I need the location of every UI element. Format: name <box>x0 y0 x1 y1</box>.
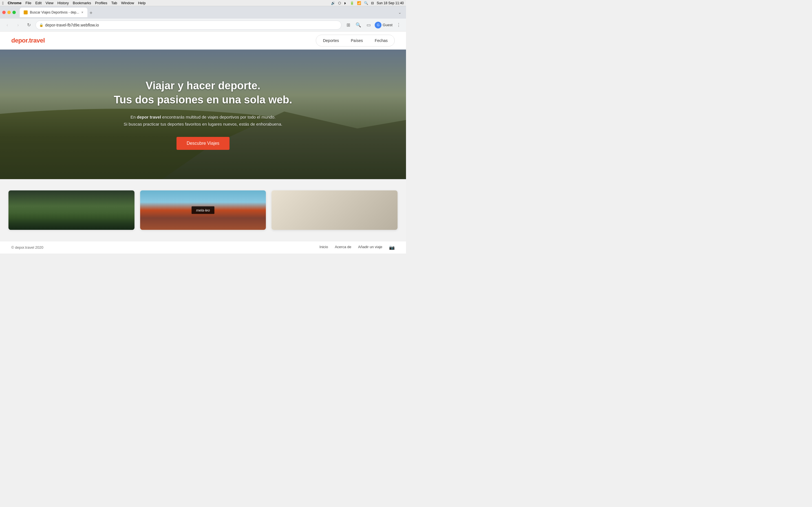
controlcenter-icon[interactable]: ⊟ <box>371 1 374 5</box>
instagram-icon[interactable]: 📷 <box>389 245 395 250</box>
site-nav: Deportes Países Fechas <box>316 35 395 47</box>
menu-view[interactable]: View <box>46 1 54 5</box>
hero-section: Viajar y hacer deporte. Tus dos pasiones… <box>0 50 406 179</box>
nav-deportes[interactable]: Deportes <box>317 36 345 45</box>
menubar-left:  Chrome File Edit View History Bookmark… <box>2 1 146 5</box>
back-button[interactable]: ‹ <box>3 21 11 29</box>
logo-suffix: travel <box>29 37 45 44</box>
refresh-button[interactable]: ↻ <box>25 21 33 29</box>
tab-title: Buscar Viajes Deportivos - dep... <box>30 10 79 14</box>
new-tab-button[interactable]: + <box>87 9 95 17</box>
card-1[interactable] <box>8 190 135 230</box>
hero-subtitle-mid: encontrarás multitud de viajes deportivo… <box>161 115 275 119</box>
discover-trips-button[interactable]: Descubre Viajes <box>176 137 230 150</box>
hero-subtitle-prefix: En <box>131 115 137 119</box>
active-tab[interactable]: Buscar Viajes Deportivos - dep... × <box>20 8 87 17</box>
footer-link-anadir[interactable]: Añadir un viaje <box>358 245 382 250</box>
address-text: depor-travel-fb7d9e.webflow.io <box>45 23 338 27</box>
footer-nav: Inicio Acerca de Añadir un viaje 📷 <box>319 245 395 250</box>
hero-subtitle-line2: Si buscas practicar tus deportes favorit… <box>124 122 283 126</box>
menu-history[interactable]: History <box>57 1 69 5</box>
tab-close-button[interactable]: × <box>82 10 84 14</box>
profile-button[interactable]: G Guest <box>375 22 393 29</box>
site-header: depor.travel Deportes Países Fechas <box>0 32 406 50</box>
menu-bookmarks[interactable]: Bookmarks <box>73 1 91 5</box>
hero-content: Viajar y hacer deporte. Tus dos pasiones… <box>108 79 298 150</box>
addressbar-search-button[interactable]: 🔍 <box>354 21 362 29</box>
menu-tab[interactable]: Tab <box>111 1 117 5</box>
menu-window[interactable]: Window <box>121 1 134 5</box>
addressbar-right: ⊞ 🔍 ▭ G Guest ⋮ <box>344 21 403 29</box>
fullscreen-button[interactable] <box>12 11 16 14</box>
more-menu-button[interactable]: ⋮ <box>395 21 403 29</box>
minimize-button[interactable] <box>7 11 11 14</box>
card-2[interactable] <box>140 190 266 230</box>
nav-fechas[interactable]: Fechas <box>369 36 393 45</box>
card-image-3 <box>271 190 398 230</box>
hero-subtitle: En depor travel encontrarás multitud de … <box>114 114 292 128</box>
traffic-lights <box>2 11 16 14</box>
logo-main: depor <box>11 37 28 44</box>
hero-title: Viajar y hacer deporte. Tus dos pasiones… <box>114 79 292 107</box>
hero-title-line1: Viajar y hacer deporte. <box>146 80 260 92</box>
volume-icon: 🔊 <box>331 1 335 5</box>
hero-title-line2: Tus dos pasiones en una sola web. <box>114 94 292 106</box>
menu-edit[interactable]: Edit <box>35 1 42 5</box>
website: depor.travel Deportes Países Fechas Viaj… <box>0 32 406 253</box>
footer-link-inicio[interactable]: Inicio <box>319 245 328 250</box>
macos-menubar:  Chrome File Edit View History Bookmark… <box>0 0 406 6</box>
bluetooth-icon: ⬡ <box>338 1 341 5</box>
split-view-button[interactable]: ▭ <box>364 21 372 29</box>
battery-icon: 🔋 <box>350 1 354 5</box>
chrome-addressbar: ‹ › ↻ 🔒 depor-travel-fb7d9e.webflow.io ⊞… <box>0 18 406 32</box>
card-image-2 <box>140 190 266 230</box>
menu-file[interactable]: File <box>26 1 31 5</box>
menu-help[interactable]: Help <box>138 1 146 5</box>
tab-favicon <box>24 10 28 14</box>
profile-icon: G <box>375 22 382 29</box>
forward-button[interactable]: › <box>14 21 22 29</box>
tab-search-button[interactable]: ⌄ <box>396 9 404 16</box>
menubar-right: 🔊 ⬡ ⏵ 🔋 📶 🔍 ⊟ Sun 18 Sep 11:40 <box>331 1 404 5</box>
address-bar[interactable]: 🔒 depor-travel-fb7d9e.webflow.io <box>36 20 342 30</box>
card-image-1 <box>8 190 135 230</box>
chrome-tabbar: Buscar Viajes Deportivos - dep... × + ⌄ <box>0 6 406 18</box>
footer-link-acerca[interactable]: Acerca de <box>335 245 351 250</box>
footer-copyright: © depor.travel 2020 <box>11 245 43 249</box>
site-logo: depor.travel <box>11 37 45 44</box>
media-icon: ⏵ <box>344 1 347 5</box>
hero-brand: depor travel <box>137 115 161 119</box>
site-footer: © depor.travel 2020 Inicio Acerca de Aña… <box>0 241 406 253</box>
tab-area: Buscar Viajes Deportivos - dep... × + <box>20 8 395 17</box>
menu-chrome[interactable]: Chrome <box>8 1 21 5</box>
search-icon[interactable]: 🔍 <box>364 1 368 5</box>
nav-paises[interactable]: Países <box>345 36 368 45</box>
profile-label: Guest <box>383 23 393 27</box>
lock-icon: 🔒 <box>39 23 43 27</box>
wifi-icon: 📶 <box>357 1 361 5</box>
menu-profiles[interactable]: Profiles <box>95 1 107 5</box>
apple-icon[interactable]:  <box>2 1 4 5</box>
translate-button[interactable]: ⊞ <box>344 21 352 29</box>
card-3[interactable] <box>271 190 398 230</box>
datetime-display: Sun 18 Sep 11:40 <box>377 1 404 5</box>
close-button[interactable] <box>2 11 6 14</box>
cards-section <box>0 179 406 241</box>
